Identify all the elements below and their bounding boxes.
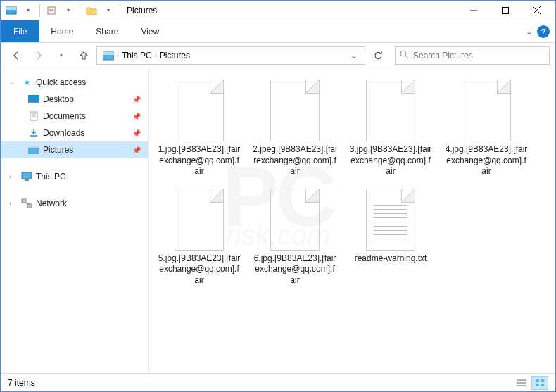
pin-icon: 📌 xyxy=(132,96,141,103)
svg-rect-11 xyxy=(28,95,39,102)
sidebar-item-quick-access[interactable]: ⌄ ★ Quick access xyxy=(1,74,148,91)
separator xyxy=(120,4,120,17)
chevron-right-icon[interactable]: › xyxy=(9,200,18,207)
navigation-pane: ⌄ ★ Quick access Desktop 📌 Documents 📌 D… xyxy=(1,68,149,372)
sidebar-item-label: Quick access xyxy=(36,77,86,87)
forward-button[interactable] xyxy=(29,46,49,65)
ribbon-tabs: File Home Share View ⌄ ? xyxy=(1,20,555,43)
file-name: readme-warning.txt xyxy=(355,253,427,265)
separator xyxy=(80,4,80,17)
file-icon xyxy=(462,80,511,141)
title-bar: ▾ ▾ ▾ Pictures xyxy=(1,1,555,20)
maximize-button[interactable] xyxy=(489,1,521,20)
close-button[interactable] xyxy=(521,1,552,20)
file-item[interactable]: 3.jpg.[9B83AE23].[fairexchange@qq.com].f… xyxy=(346,77,436,180)
qat-customize-icon[interactable]: ▾ xyxy=(101,3,116,18)
address-bar[interactable]: › This PC › Pictures ⌄ xyxy=(96,46,365,65)
breadcrumb-this-pc[interactable]: This PC xyxy=(119,51,155,61)
downloads-icon xyxy=(27,128,40,138)
home-tab[interactable]: Home xyxy=(39,20,84,42)
sidebar-item-label: Network xyxy=(36,198,67,208)
breadcrumb-pictures[interactable]: Pictures xyxy=(157,51,193,61)
search-icon xyxy=(400,50,409,61)
app-icon[interactable] xyxy=(4,3,19,18)
file-item[interactable]: 5.jpg.[9B83AE23].[fairexchange@qq.com].f… xyxy=(154,186,244,289)
file-tab[interactable]: File xyxy=(1,20,39,42)
search-box[interactable] xyxy=(395,46,550,65)
documents-icon xyxy=(27,111,40,121)
file-name: 1.jpg.[9B83AE23].[fairexchange@qq.com].f… xyxy=(157,144,241,177)
view-tab[interactable]: View xyxy=(129,20,170,42)
sidebar-item-label: Desktop xyxy=(43,94,74,104)
breadcrumb-pictures-icon[interactable] xyxy=(100,51,117,61)
address-dropdown-icon[interactable]: ⌄ xyxy=(346,51,362,61)
file-name: 5.jpg.[9B83AE23].[fairexchange@qq.com].f… xyxy=(157,253,241,286)
navigation-bar: ▾ › This PC › Pictures ⌄ xyxy=(1,43,555,68)
svg-rect-27 xyxy=(541,379,544,382)
details-view-button[interactable] xyxy=(513,376,530,390)
network-icon xyxy=(20,198,33,208)
svg-rect-26 xyxy=(536,379,539,382)
search-input[interactable] xyxy=(413,51,545,61)
file-name: 3.jpg.[9B83AE23].[fairexchange@qq.com].f… xyxy=(348,144,433,177)
sidebar-item-pictures[interactable]: Pictures 📌 xyxy=(1,141,148,158)
qat-dropdown-icon[interactable]: ▾ xyxy=(61,3,76,18)
separator xyxy=(39,4,40,17)
pin-icon: 📌 xyxy=(132,113,141,120)
pin-icon: 📌 xyxy=(132,146,141,154)
file-item[interactable]: readme-warning.txt xyxy=(346,186,436,289)
desktop-icon xyxy=(27,95,40,103)
window-title: Pictures xyxy=(127,6,157,15)
svg-rect-18 xyxy=(22,172,32,179)
sidebar-item-label: Documents xyxy=(43,111,86,121)
folder-icon[interactable] xyxy=(84,3,99,18)
quick-access-toolbar: ▾ ▾ ▾ xyxy=(4,3,122,18)
icons-view-button[interactable] xyxy=(531,376,548,390)
help-icon[interactable]: ? xyxy=(537,25,550,38)
ribbon-expand-icon[interactable]: ⌄ xyxy=(526,27,533,37)
back-button[interactable] xyxy=(6,46,26,65)
file-item[interactable]: 4.jpg.[9B83AE23].[fairexchange@qq.com].f… xyxy=(441,77,531,180)
file-item[interactable]: 1.jpg.[9B83AE23].[fairexchange@qq.com].f… xyxy=(154,77,244,180)
chevron-right-icon[interactable]: › xyxy=(9,173,18,180)
sidebar-item-this-pc[interactable]: › This PC xyxy=(1,168,148,185)
status-bar: 7 items xyxy=(1,373,555,391)
file-icon xyxy=(175,189,224,251)
file-name: 4.jpg.[9B83AE23].[fairexchange@qq.com].f… xyxy=(444,144,529,177)
window-controls xyxy=(457,1,552,20)
properties-icon[interactable] xyxy=(44,3,59,18)
svg-rect-28 xyxy=(536,384,539,386)
recent-dropdown-icon[interactable]: ▾ xyxy=(51,46,71,65)
sidebar-item-label: Downloads xyxy=(43,128,84,138)
svg-rect-4 xyxy=(502,7,508,13)
pictures-icon xyxy=(27,146,40,154)
refresh-button[interactable] xyxy=(368,46,388,65)
file-icon xyxy=(366,189,415,251)
item-count: 7 items xyxy=(8,378,35,388)
svg-rect-19 xyxy=(25,179,29,181)
svg-rect-12 xyxy=(28,102,39,103)
star-icon: ★ xyxy=(20,77,33,87)
svg-line-22 xyxy=(24,203,30,204)
up-button[interactable] xyxy=(74,46,94,65)
minimize-button[interactable] xyxy=(457,1,489,20)
file-item[interactable]: 2.jpeg.[9B83AE23].[fairexchange@qq.com].… xyxy=(250,77,340,180)
svg-line-10 xyxy=(405,56,408,58)
svg-rect-1 xyxy=(6,7,16,10)
sidebar-item-downloads[interactable]: Downloads 📌 xyxy=(1,125,148,141)
qat-dropdown-icon[interactable]: ▾ xyxy=(20,3,36,18)
chevron-down-icon[interactable]: ⌄ xyxy=(9,79,18,86)
share-tab[interactable]: Share xyxy=(84,20,129,42)
sidebar-item-network[interactable]: › Network xyxy=(1,195,148,212)
content-area: ⌄ ★ Quick access Desktop 📌 Documents 📌 D… xyxy=(1,68,555,372)
pin-icon: 📌 xyxy=(132,129,141,137)
file-name: 6.jpg.[9B83AE23].[fairexchange@qq.com].f… xyxy=(253,253,337,286)
svg-rect-21 xyxy=(27,204,32,208)
sidebar-item-desktop[interactable]: Desktop 📌 xyxy=(1,91,148,108)
sidebar-item-documents[interactable]: Documents 📌 xyxy=(1,108,148,125)
file-icon xyxy=(175,80,224,141)
file-icon xyxy=(270,80,320,141)
file-list[interactable]: 1.jpg.[9B83AE23].[fairexchange@qq.com].f… xyxy=(149,68,555,372)
file-name: 2.jpeg.[9B83AE23].[fairexchange@qq.com].… xyxy=(253,144,337,177)
file-item[interactable]: 6.jpg.[9B83AE23].[fairexchange@qq.com].f… xyxy=(250,186,340,289)
